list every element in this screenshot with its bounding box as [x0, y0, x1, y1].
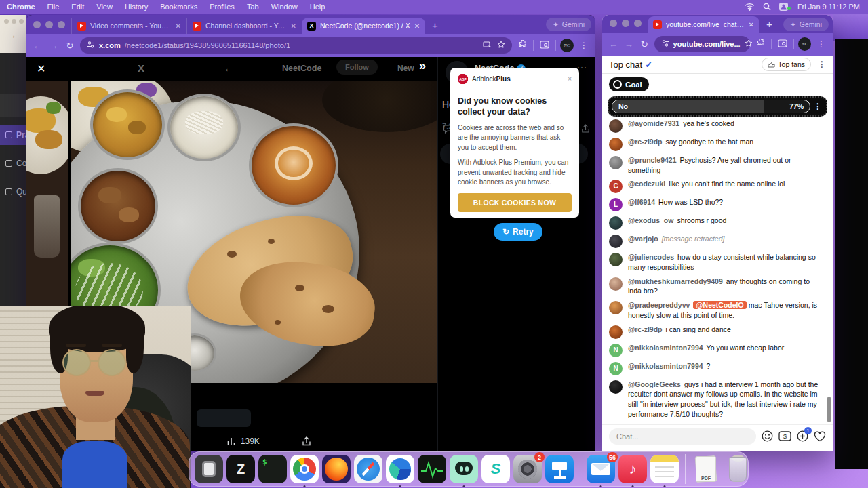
menu-history[interactable]: History: [119, 3, 154, 11]
chat-message[interactable]: @pradeepreddyvv@NeetCodeIOmac Tahoe vers…: [602, 298, 827, 322]
chat-username[interactable]: @mukheshkumarreddy9409: [628, 277, 723, 285]
site-settings-icon[interactable]: [87, 41, 95, 50]
poll-option-bar[interactable]: No 77%: [612, 100, 810, 113]
chat-message[interactable]: @GoogleGeeksguys i had a interview 1 mon…: [602, 378, 827, 422]
back-button[interactable]: ←: [31, 41, 43, 51]
dock-icon-music[interactable]: ♪: [618, 455, 647, 483]
reload-button[interactable]: ↻: [64, 41, 76, 51]
like-heart-icon[interactable]: [814, 431, 826, 442]
dock-icon-terminal[interactable]: $: [258, 455, 287, 483]
reading-mode-icon[interactable]: [538, 41, 551, 51]
close-photo-icon[interactable]: ✕: [37, 62, 45, 75]
chat-message[interactable]: @exodus_owshrooms r good: [602, 214, 827, 232]
chat-message[interactable]: @juliencodeshow do u stay consistent whi…: [602, 250, 827, 274]
sidebar-item-quizzes[interactable]: Qui:: [0, 182, 26, 202]
menu-bookmarks[interactable]: Bookmarks: [154, 3, 203, 11]
forward-button[interactable]: →: [47, 41, 60, 51]
chat-message[interactable]: C@codezukilike you can't find the name o…: [602, 177, 827, 195]
minimize-window-button[interactable]: [622, 20, 629, 27]
poll-menu-icon[interactable]: ⋮: [814, 102, 822, 111]
back-arrow-icon[interactable]: ←: [224, 62, 234, 74]
user-account-icon[interactable]: [779, 3, 789, 11]
dock-icon-surfshark[interactable]: S: [481, 455, 510, 483]
menu-chrome[interactable]: Chrome: [0, 3, 41, 11]
share-button[interactable]: [302, 436, 311, 447]
menubar-clock[interactable]: Fri Jan 9 11:12 PM: [797, 3, 860, 11]
window-controls[interactable]: [26, 21, 71, 34]
chat-message[interactable]: N@nikkolasminton7994?: [602, 359, 827, 378]
dock-icon-recorder[interactable]: [450, 455, 478, 483]
more-menu-icon[interactable]: ⋮: [578, 41, 590, 50]
chat-mode-selector[interactable]: Top chat✓: [609, 60, 652, 70]
spotlight-search-icon[interactable]: [763, 3, 771, 11]
menu-view[interactable]: View: [90, 3, 119, 11]
chat-menu-icon[interactable]: ⋮: [818, 60, 826, 69]
dock-icon-zed[interactable]: Z: [226, 455, 255, 483]
chat-message[interactable]: L@lf6914How was LSD tho??: [602, 195, 827, 214]
menu-tab[interactable]: Tab: [241, 3, 265, 11]
chat-username[interactable]: @lf6914: [628, 198, 655, 206]
chat-username[interactable]: @ayomide7931: [628, 119, 679, 127]
retry-button[interactable]: ↻Retry: [494, 223, 542, 241]
tab-video-comments[interactable]: Video comments - YouTube S✕: [71, 18, 186, 34]
follow-button[interactable]: Follow: [336, 60, 378, 75]
chat-username[interactable]: @rc-zl9dp: [628, 325, 663, 333]
reading-mode-icon[interactable]: [776, 39, 789, 49]
goal-button[interactable]: Goal: [609, 77, 649, 92]
share-icon[interactable]: [581, 124, 590, 136]
sidebar-item-contests[interactable]: Con: [0, 153, 26, 174]
tab-neetcode-x[interactable]: XNeetCode (@neetcode1) / X✕: [302, 18, 425, 34]
chat-message[interactable]: @mukheshkumarreddy9409any thoughts on co…: [602, 274, 827, 298]
zoom-window-button[interactable]: [58, 21, 65, 28]
more-menu-icon[interactable]: ⋮: [815, 39, 827, 49]
top-fans-button[interactable]: Top fans: [762, 58, 811, 71]
chat-message[interactable]: N@nikkolasminton7994Yo you want cheap la…: [602, 341, 827, 359]
chat-message[interactable]: @varjojo[message retracted]: [602, 232, 827, 250]
tab-live-chat[interactable]: youtube.com/live_chat?is_po✕: [648, 16, 760, 33]
chat-message[interactable]: @rc-zl9dpi can sing and dance: [602, 323, 827, 341]
dock-icon-settings[interactable]: 2: [513, 455, 542, 483]
dock-icon-chrome[interactable]: [290, 455, 319, 483]
menu-window[interactable]: Window: [265, 3, 304, 11]
views-button[interactable]: 139K: [226, 436, 260, 446]
dock-icon-notes[interactable]: [650, 455, 679, 483]
bookmark-star-icon[interactable]: [497, 41, 505, 50]
gemini-button[interactable]: ✦Gemini: [783, 18, 829, 31]
sidebar-item-practice[interactable]: Pra: [0, 125, 26, 145]
chat-message[interactable]: @pruncle9421Psychosis? Are yall chromed …: [602, 153, 827, 177]
chat-message[interactable]: @rc-zl9dpsay goodbye to the hat man: [602, 135, 827, 153]
menu-file[interactable]: File: [41, 3, 66, 11]
reload-button[interactable]: ↻: [639, 39, 650, 49]
close-tab-icon[interactable]: ✕: [176, 22, 181, 30]
chat-username[interactable]: @nikkolasminton7994: [628, 362, 703, 370]
site-settings-icon[interactable]: [661, 39, 669, 49]
window-controls[interactable]: [602, 20, 648, 33]
chat-message[interactable]: N@nikkolasminton7994lol: [602, 421, 827, 423]
bookmark-star-icon[interactable]: [745, 39, 753, 49]
close-tab-icon[interactable]: ✕: [749, 21, 754, 28]
dock-icon-activity-monitor[interactable]: [418, 455, 446, 483]
block-cookies-button[interactable]: BLOCK COOKIES NOW: [458, 193, 572, 212]
new-tab-button[interactable]: +: [425, 20, 445, 34]
new-tab-button[interactable]: +: [760, 18, 779, 33]
dock-icon-firefox[interactable]: [322, 455, 351, 483]
address-bar[interactable]: x.com /neetcode1/status/1943859606511661…: [80, 37, 512, 54]
chat-scrollbar[interactable]: [827, 396, 831, 422]
tab-channel-dashboard[interactable]: Channel dashboard - YouTub✕: [186, 18, 302, 34]
chat-message-list[interactable]: @ayomide7931yea he's cooked@rc-zl9dpsay …: [602, 117, 827, 423]
add-icon[interactable]: 1: [797, 430, 808, 442]
next-photo-icon[interactable]: »: [419, 59, 426, 73]
dock-icon-pdf-document[interactable]: PDF: [692, 455, 720, 483]
profile-avatar[interactable]: NC: [560, 39, 574, 52]
emoji-icon[interactable]: [762, 430, 773, 442]
dock-icon-trash[interactable]: [724, 455, 752, 483]
send-to-device-icon[interactable]: [483, 41, 492, 50]
menu-edit[interactable]: Edit: [65, 3, 90, 11]
chat-username[interactable]: @pradeepreddyvv: [628, 301, 690, 309]
minimize-window-button[interactable]: [45, 21, 53, 28]
chat-username[interactable]: @nikkolasminton7994: [628, 344, 703, 352]
zoom-window-button[interactable]: [634, 20, 642, 27]
chat-message[interactable]: @ayomide7931yea he's cooked: [602, 117, 827, 135]
chat-input[interactable]: Chat...: [609, 428, 756, 445]
chat-username[interactable]: @pruncle9421: [628, 156, 677, 164]
